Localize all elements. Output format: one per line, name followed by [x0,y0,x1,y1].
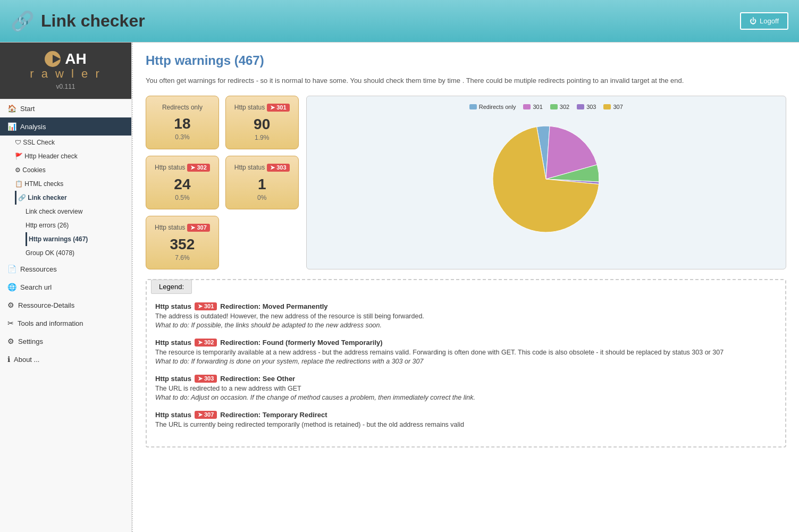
stat-title-307: Http status ➤ 307 [155,224,210,232]
sidebar-item-about[interactable]: ℹ About ... [0,350,131,368]
gear-icon: ⚙ [7,301,14,309]
legend-title-302: Http status ➤ 302 Redirection: Found (fo… [155,339,777,347]
badge-301: ➤ 301 [267,104,289,112]
sidebar-item-http-warnings[interactable]: Http warnings (467) [26,232,131,246]
legend-badge-302: ➤ 302 [195,339,217,347]
legend-box: Legend: Http status ➤ 301 Redirection: M… [146,279,786,447]
legend-entry-302: Http status ➤ 302 Redirection: Found (fo… [155,339,777,365]
sidebar-nav: 🏠 Start 📊 Analysis 🛡 SSL Check 🚩 Http He… [0,99,131,368]
stat-number-redirects: 18 [155,115,210,132]
chart-legend: Redirects only 301 302 303 [469,104,623,110]
shield-icon: 🛡 [15,139,21,146]
legend-entry-301: Http status ➤ 301 Redirection: Moved Per… [155,302,777,329]
sidebar-item-ressources[interactable]: 📄 Ressources [0,260,131,278]
info-icon: ℹ [7,355,10,364]
legend-item-303: 303 [577,104,596,110]
sidebar-item-analysis[interactable]: 📊 Analysis [0,117,131,136]
stats-cards: Redirects only 18 0.3% Http status ➤ 301… [146,96,299,269]
legend-badge-303: ➤ 303 [195,375,217,383]
stat-number-301: 90 [234,116,290,133]
stat-card-302: Http status ➤ 302 24 0.5% [146,156,219,209]
link-icon-nav: 🔗 [18,194,26,201]
sidebar-item-ressource-details[interactable]: ⚙ Ressource-Details [0,296,131,314]
sidebar-item-start[interactable]: 🏠 Start [0,99,131,117]
sidebar-sub2-links: Link check overview Http errors (26) Htt… [15,205,131,260]
legend-color-303 [577,104,584,109]
legend-title-307: Http status ➤ 307 Redirection: Temporary… [155,411,777,419]
sidebar-item-group-ok[interactable]: Group OK (4078) [26,246,131,260]
legend-content: Http status ➤ 301 Redirection: Moved Per… [147,294,785,446]
logo-crawler: r a w l e r [9,67,123,81]
html-icon: 📋 [15,180,23,188]
stat-title-302: Http status ➤ 302 [155,164,210,172]
sidebar-item-link-checker[interactable]: 🔗 Link checker [15,191,131,205]
sidebar-item-cookies[interactable]: ⚙ Cookies [15,163,131,177]
header-left: 🔗 Link checker [11,10,145,32]
legend-item-302: 302 [550,104,569,110]
stat-number-303: 1 [234,176,290,193]
sidebar-item-http-header[interactable]: 🚩 Http Header check [15,149,131,163]
page-description: You often get warnings for redirects - s… [146,75,786,86]
badge-307: ➤ 307 [187,224,209,232]
chart-area: Redirects only 301 302 303 [306,96,786,269]
stat-title-301: Http status ➤ 301 [234,104,290,112]
legend-item-301: 301 [523,104,542,110]
badge-302: ➤ 302 [187,164,209,172]
chart-icon: 📊 [7,122,16,131]
legend-badge-301: ➤ 301 [195,302,217,310]
legend-color-302 [550,104,558,109]
page-heading: Http warnings (467) [146,53,786,68]
legend-color-301 [523,104,531,109]
stat-card-301: Http status ➤ 301 90 1.9% [225,96,299,149]
stat-card-redirects-only: Redirects only 18 0.3% [146,96,219,149]
sidebar: AH r a w l e r v0.111 🏠 Start 📊 Analysis… [0,43,132,532]
logo-area: AH r a w l e r v0.111 [0,43,131,99]
stat-percent-307: 7.6% [155,254,210,261]
main-layout: AH r a w l e r v0.111 🏠 Start 📊 Analysis… [0,43,799,532]
sidebar-item-link-check-overview[interactable]: Link check overview [26,205,131,218]
stat-title-redirects: Redirects only [155,104,210,111]
legend-entry-307: Http status ➤ 307 Redirection: Temporary… [155,411,777,428]
power-icon: ⏻ [750,17,756,25]
legend-item-307: 307 [603,104,623,110]
stat-title-303: Http status ➤ 303 [234,164,290,172]
stats-row: Redirects only 18 0.3% Http status ➤ 301… [146,96,786,269]
legend-item-redirects: Redirects only [469,104,516,110]
sidebar-item-html-checks[interactable]: 📋 HTML checks [15,177,131,191]
sidebar-item-search-url[interactable]: 🌐 Search url [0,278,131,296]
logoff-button[interactable]: ⏻ Logoff [740,12,788,30]
legend-color-307 [603,104,611,109]
stat-card-307: Http status ➤ 307 352 7.6% [146,216,219,269]
pie-chart [477,115,615,238]
settings-icon: ⚙ [7,337,14,345]
stat-number-302: 24 [155,176,210,193]
sidebar-item-http-errors[interactable]: Http errors (26) [26,218,131,232]
page-title: Link checker [41,11,145,31]
legend-badge-307: ➤ 307 [195,411,217,419]
tools-icon: ✂ [7,319,14,327]
doc-icon: 📄 [7,265,16,273]
legend-tab: Legend: [151,280,192,294]
sidebar-item-tools[interactable]: ✂ Tools and information [0,314,131,332]
link-icon: 🔗 [11,10,35,32]
logo-ah: AH [65,52,86,66]
stat-percent-303: 0% [234,194,290,201]
stat-card-303: Http status ➤ 303 1 0% [225,156,299,209]
main-content: Http warnings (467) You often get warnin… [132,43,799,532]
header: 🔗 Link checker ⏻ Logoff [0,0,799,43]
stat-percent-redirects: 0.3% [155,133,210,141]
pacman-logo [45,51,61,67]
logo-version: v0.111 [9,83,123,90]
sidebar-sub-analysis: 🛡 SSL Check 🚩 Http Header check ⚙ Cookie… [0,136,131,260]
stat-percent-301: 1.9% [234,134,290,141]
sidebar-item-ssl-check[interactable]: 🛡 SSL Check [15,136,131,149]
sidebar-item-settings[interactable]: ⚙ Settings [0,332,131,350]
home-icon: 🏠 [7,104,16,113]
stat-percent-302: 0.5% [155,194,210,201]
legend-title-301: Http status ➤ 301 Redirection: Moved Per… [155,302,777,310]
flag-icon: 🚩 [15,153,23,160]
badge-303: ➤ 303 [267,164,289,172]
cookie-icon: ⚙ [15,166,21,174]
legend-color-redirects [469,104,477,109]
globe-icon: 🌐 [7,283,16,291]
